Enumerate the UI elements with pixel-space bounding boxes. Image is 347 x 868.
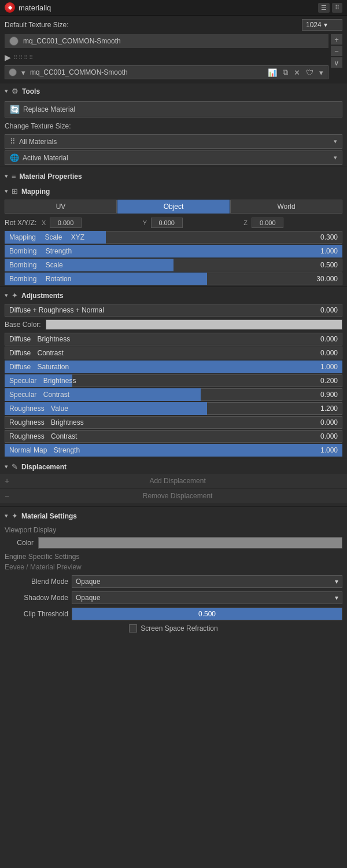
displacement-subsection-header[interactable]: ▾ ✎ Displacement	[0, 459, 347, 474]
material-chevron-icon[interactable]: ▾	[20, 68, 27, 77]
rot-label: Rot X/Y/Z:	[5, 219, 39, 227]
adj-slider-label-3: Specular Brightness	[5, 377, 313, 385]
material-props-header[interactable]: ▾ ≡ Material Properties	[0, 168, 347, 184]
mat-settings-chevron-icon: ▾	[5, 512, 8, 520]
screen-space-row: Screen Space Refraction	[0, 622, 347, 635]
tab-uv[interactable]: UV	[5, 200, 117, 214]
adjustments-title: Adjustments	[21, 292, 64, 300]
rot-y-input[interactable]	[151, 218, 183, 228]
mapping-slider-value-3: 30.000	[313, 275, 342, 283]
main-adjustment-slider[interactable]: Diffuse + Roughness + Normal 0.000	[5, 304, 342, 317]
material-row2: ▾ mq_CC001_COMMON-Smooth 📊 ⧉ ✕ 🛡 ▾	[5, 65, 328, 79]
adj-slider-3[interactable]: Specular Brightness 0.200	[5, 374, 342, 387]
adj-slider-value-2: 1.000	[313, 363, 342, 371]
remove-displacement-button[interactable]: −	[5, 491, 9, 501]
sphere-icon: 🌐	[10, 153, 19, 162]
material-slot-circle	[9, 36, 19, 46]
shadow-mode-chevron-icon: ▾	[335, 594, 338, 602]
material-slot-name: mq_CC001_COMMON-Smooth	[23, 37, 324, 45]
material-settings-header[interactable]: ▾ ✦ Material Settings	[0, 508, 347, 524]
rot-row: Rot X/Y/Z: X Y Z	[0, 216, 347, 230]
adj-slider-value-3: 0.200	[313, 377, 342, 385]
shadow-mode-row: Shadow Mode Opaque ▾	[0, 590, 347, 606]
mapping-slider-3[interactable]: Bombing Rotation 30.000	[5, 273, 342, 285]
replace-material-button[interactable]: 🔄 Replace Material	[5, 101, 342, 117]
y-axis-label: Y	[143, 219, 150, 226]
mat-props-icon: ≡	[12, 172, 16, 181]
dots-icon: ⠿⠿⠿⠿	[13, 54, 34, 61]
main-adj-value: 0.000	[313, 306, 342, 314]
adj-slider-label-5: Roughness Value	[5, 404, 313, 413]
mat-props-title: Material Properties	[20, 172, 82, 181]
side-minus-button[interactable]: −	[331, 46, 342, 56]
blend-mode-dropdown[interactable]: Opaque ▾	[72, 575, 342, 588]
material-stats-icon[interactable]: 📊	[267, 68, 278, 77]
eevee-label: Eevee / Material Preview	[0, 562, 347, 573]
tab-object[interactable]: Object	[117, 200, 230, 214]
all-materials-label: All Materials	[19, 138, 330, 146]
adj-slider-label-1: Diffuse Contrast	[5, 349, 313, 357]
adjustments-subsection-header[interactable]: ▾ ✦ Adjustments	[0, 288, 347, 303]
rot-x-input[interactable]	[50, 218, 82, 228]
displacement-chevron-icon: ▾	[5, 463, 8, 470]
header-grid-icon[interactable]: ⠿	[332, 3, 342, 13]
shadow-mode-dropdown[interactable]: Opaque ▾	[72, 591, 342, 604]
tools-title: Tools	[22, 87, 40, 95]
mat-settings-icon: ✦	[12, 512, 18, 520]
adj-slider-7[interactable]: Roughness Contrast 0.000	[5, 430, 342, 443]
base-color-swatch[interactable]	[46, 319, 342, 330]
rot-z-input[interactable]	[252, 218, 283, 228]
clip-threshold-value: 0.500	[198, 610, 216, 618]
adj-slider-8[interactable]: Normal Map Strength 1.000	[5, 444, 342, 457]
adj-slider-2[interactable]: Diffuse Saturation 1.000	[5, 361, 342, 373]
adj-slider-label-6: Roughness Brightness	[5, 418, 313, 426]
mapping-slider-value-1: 1.000	[313, 247, 342, 255]
adj-slider-4[interactable]: Specular Contrast 0.900	[5, 388, 342, 401]
mat-settings-title: Material Settings	[21, 512, 77, 520]
side-plus-button[interactable]: +	[331, 34, 342, 45]
material-settings-icon[interactable]: ▾	[318, 68, 324, 77]
play-button[interactable]: ▶	[5, 53, 11, 62]
app-logo-icon: ◆	[5, 2, 15, 13]
adj-slider-value-8: 1.000	[313, 446, 342, 454]
shadow-mode-value: Opaque	[76, 594, 101, 602]
adj-slider-0[interactable]: Diffuse Brightness 0.000	[5, 333, 342, 345]
top-section: Default Texture Size: 1024 ▾ mq_CC001_CO…	[0, 16, 347, 83]
viewport-color-swatch[interactable]	[38, 537, 342, 549]
tools-section-header[interactable]: ▾ ⚙ Tools	[0, 83, 347, 99]
tab-world[interactable]: World	[230, 200, 342, 214]
x-axis-label: X	[42, 219, 49, 226]
adj-slider-5[interactable]: Roughness Value 1.200	[5, 402, 342, 415]
adj-slider-6[interactable]: Roughness Brightness 0.000	[5, 416, 342, 429]
material-close-icon[interactable]: ✕	[293, 68, 301, 77]
mapping-slider-0[interactable]: Mapping Scale XYZ 0.300	[5, 231, 342, 244]
material-row2-name: mq_CC001_COMMON-Smooth	[30, 68, 263, 76]
app-title: materialiq	[19, 3, 51, 12]
adj-slider-value-7: 0.000	[313, 432, 342, 440]
mapping-slider-2[interactable]: Bombing Scale 0.500	[5, 259, 342, 271]
blend-mode-chevron-icon: ▾	[335, 578, 338, 586]
all-materials-dropdown[interactable]: ⠿ All Materials ▾	[5, 134, 342, 149]
texture-size-dropdown[interactable]: 1024 ▾	[302, 19, 342, 31]
clip-threshold-slider[interactable]: 0.500	[72, 608, 342, 620]
active-material-chevron-icon: ▾	[334, 154, 337, 161]
material-copy-icon[interactable]: ⧉	[282, 68, 289, 77]
adj-slider-label-8: Normal Map Strength	[5, 446, 313, 454]
adjustments-chevron-icon: ▾	[5, 292, 8, 299]
small-controls-row: ▶ ⠿⠿⠿⠿	[5, 50, 328, 63]
screen-space-checkbox[interactable]	[129, 624, 137, 632]
mapping-title: Mapping	[21, 187, 50, 196]
adj-slider-value-4: 0.900	[313, 391, 342, 399]
clip-threshold-label: Clip Threshold	[5, 610, 68, 618]
header-menu-icon[interactable]: ☰	[318, 3, 330, 13]
material-shield-icon[interactable]: 🛡	[305, 68, 315, 77]
replace-icon: 🔄	[10, 105, 20, 114]
active-material-dropdown[interactable]: 🌐 Active Material ▾	[5, 150, 342, 165]
adj-slider-1[interactable]: Diffuse Contrast 0.000	[5, 347, 342, 359]
mapping-subsection-header[interactable]: ▾ ⊞ Mapping	[0, 184, 347, 198]
mapping-slider-1[interactable]: Bombing Strength 1.000	[5, 245, 342, 258]
change-tex-size-label: Change Texture Size:	[0, 120, 347, 133]
side-down-button[interactable]: ∨	[331, 57, 342, 68]
add-displacement-button[interactable]: +	[5, 476, 9, 486]
clip-threshold-row: Clip Threshold 0.500	[0, 606, 347, 622]
